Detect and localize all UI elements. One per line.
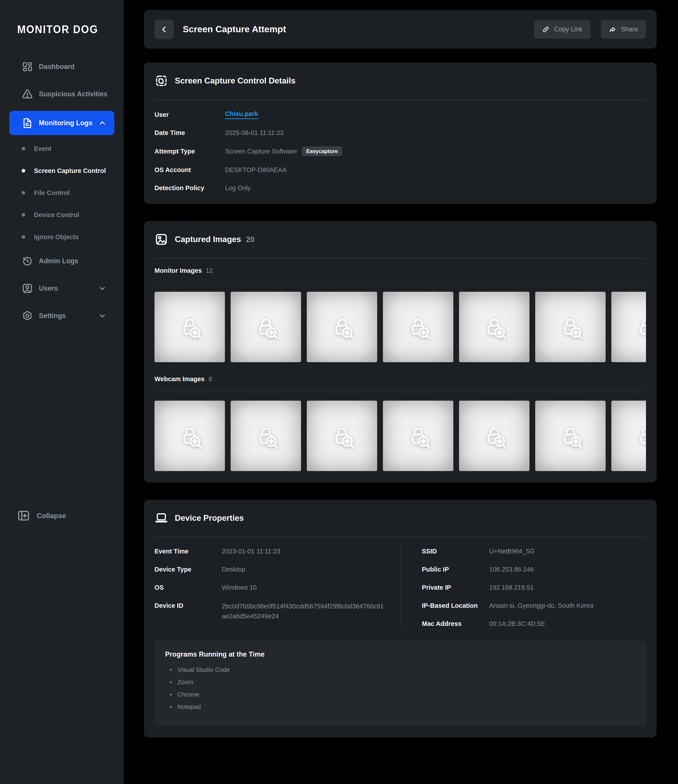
bullet-icon xyxy=(170,706,172,708)
captured-image-thumbnail[interactable] xyxy=(459,292,529,362)
header-actions: Copy Link Share xyxy=(534,20,646,39)
lock-zoom-icon xyxy=(406,423,431,449)
share-label: Share xyxy=(621,26,638,33)
page-title: Screen Capture Attempt xyxy=(183,24,286,34)
sidebar-item-suspicious-activities[interactable]: Suspicious Activities xyxy=(9,84,114,105)
program-item: Chrome xyxy=(165,690,635,699)
detail-value: Screen Capture Software xyxy=(225,148,297,155)
lock-zoom-icon xyxy=(329,423,355,449)
main-content: Screen Capture Attempt Copy Link Share S… xyxy=(144,10,656,754)
captured-image-thumbnail[interactable] xyxy=(231,292,301,362)
details-panel-title: Screen Capture Control Details xyxy=(175,76,295,86)
monitor-images-count: 12 xyxy=(206,267,213,274)
captured-image-thumbnail[interactable] xyxy=(154,292,225,362)
captured-image-thumbnail[interactable] xyxy=(154,401,225,471)
divider xyxy=(154,282,646,282)
prop-value: 00:1A:2B:3C:4D:5E xyxy=(489,619,646,628)
chevron-left-icon xyxy=(160,25,169,34)
detail-row-attempt-type: Attempt Type Screen Capture Software Eas… xyxy=(154,147,646,156)
detail-value: Log Only xyxy=(225,184,251,192)
captured-image-thumbnail[interactable] xyxy=(459,401,529,471)
sidebar-item-admin-logs[interactable]: Admin Logs xyxy=(9,251,114,272)
sidebar-subitem-label: Ignore Objects xyxy=(34,234,79,241)
program-name: Visual Studio Code xyxy=(177,666,230,673)
detail-label: Detection Policy xyxy=(154,184,225,192)
prop-row-event-time: Event Time 2023-01-01 11:11:23 xyxy=(154,547,386,555)
programs-running-title: Programs Running at the Time xyxy=(165,650,635,658)
lock-zoom-icon xyxy=(177,314,203,340)
user-link[interactable]: Chisu.park xyxy=(225,110,258,119)
bullet-icon xyxy=(22,191,25,195)
sidebar-collapse-button[interactable]: Collapse xyxy=(17,509,66,522)
device-properties-panel: Device Properties Event Time 2023-01-01 … xyxy=(144,500,656,737)
prop-label: OS xyxy=(154,583,222,592)
sidebar-nav: Dashboard Suspicious Activities Monitori… xyxy=(9,56,114,326)
sidebar-subitem-file-control[interactable]: File Control xyxy=(9,184,114,201)
sidebar: MONITOR DOG Dashboard Suspicious Activit… xyxy=(0,0,124,784)
device-properties-header: Device Properties xyxy=(154,510,646,526)
details-panel: Screen Capture Control Details User Chis… xyxy=(144,62,656,204)
app-root: MONITOR DOG Dashboard Suspicious Activit… xyxy=(0,0,678,784)
lock-zoom-icon xyxy=(634,314,646,340)
dashboard-icon xyxy=(22,61,33,72)
copy-link-label: Copy Link xyxy=(554,26,583,33)
captured-image-thumbnail[interactable] xyxy=(383,401,453,471)
sidebar-item-settings[interactable]: Settings xyxy=(9,305,114,326)
device-properties-right-column: SSID U+NetB964_5G Public IP 106.253.86.1… xyxy=(400,547,646,628)
details-panel-header: Screen Capture Control Details xyxy=(154,73,646,89)
detail-row-detection-policy: Detection Policy Log Only xyxy=(154,184,646,192)
prop-row-device-id: Device ID 2bc0d7b5bc96e0f514f430cdd56759… xyxy=(154,602,386,621)
share-button[interactable]: Share xyxy=(601,20,646,39)
page-header: Screen Capture Attempt Copy Link Share xyxy=(144,10,656,48)
detail-row-datetime: Date Time 2025-08-01 11:11:23 xyxy=(154,128,646,137)
bullet-icon xyxy=(170,681,172,683)
lock-zoom-icon xyxy=(634,423,646,449)
webcam-images-label: Webcam Images xyxy=(154,376,205,383)
sidebar-subitem-screen-capture-control[interactable]: Screen Capture Control xyxy=(9,162,114,179)
sidebar-subitem-ignore-objects[interactable]: Ignore Objects xyxy=(9,228,114,246)
prop-value: 106.253.86.146 xyxy=(489,565,646,574)
prop-value: Desktop xyxy=(222,565,386,574)
captured-image-thumbnail[interactable] xyxy=(307,292,377,362)
copy-link-button[interactable]: Copy Link xyxy=(534,20,591,39)
divider xyxy=(154,537,646,537)
chevron-up-icon xyxy=(98,118,107,128)
warning-triangle-icon xyxy=(22,88,33,100)
captured-image-thumbnail[interactable] xyxy=(611,401,646,471)
sidebar-subitem-label: Event xyxy=(34,145,51,153)
prop-row-device-type: Device Type Desktop xyxy=(154,565,386,574)
back-button[interactable] xyxy=(154,20,174,39)
sidebar-item-label: Settings xyxy=(39,312,66,320)
lock-zoom-icon xyxy=(482,423,507,449)
sidebar-item-label: Admin Logs xyxy=(39,257,78,265)
sidebar-item-monitoring-logs[interactable]: Monitoring Logs xyxy=(9,111,114,135)
captured-image-thumbnail[interactable] xyxy=(307,401,377,471)
program-name: Notepad xyxy=(177,703,201,711)
user-icon xyxy=(22,283,33,294)
prop-row-ip-location: IP-Based Location Ansan-si, Gyeonggi-do,… xyxy=(422,602,646,610)
collapse-sidebar-icon xyxy=(17,509,30,522)
captured-image-thumbnail[interactable] xyxy=(535,401,606,471)
lock-zoom-icon xyxy=(253,314,279,340)
history-clock-icon xyxy=(22,255,33,267)
prop-label: Device ID xyxy=(154,602,222,621)
image-icon xyxy=(154,232,168,246)
prop-label: Public IP xyxy=(422,565,489,574)
sidebar-item-users[interactable]: Users xyxy=(9,278,114,299)
sidebar-subitem-device-control[interactable]: Device Control xyxy=(9,206,114,223)
captured-image-thumbnail[interactable] xyxy=(231,401,301,471)
captured-image-thumbnail[interactable] xyxy=(611,292,646,362)
captured-image-thumbnail[interactable] xyxy=(383,292,453,362)
sidebar-subitem-event[interactable]: Event xyxy=(9,140,114,157)
prop-label: SSID xyxy=(422,547,489,555)
device-properties-title: Device Properties xyxy=(175,513,244,523)
sidebar-item-dashboard[interactable]: Dashboard xyxy=(9,56,114,77)
monitor-images-label-row: Monitor Images 12 xyxy=(154,266,646,275)
link-icon xyxy=(542,25,550,33)
bullet-icon xyxy=(22,235,25,239)
captured-image-thumbnail[interactable] xyxy=(535,292,606,362)
prop-label: Private IP xyxy=(422,583,489,592)
chevron-down-icon xyxy=(98,312,107,320)
program-item: Zoom xyxy=(165,678,635,687)
device-properties-left-column: Event Time 2023-01-01 11:11:23 Device Ty… xyxy=(154,547,400,628)
